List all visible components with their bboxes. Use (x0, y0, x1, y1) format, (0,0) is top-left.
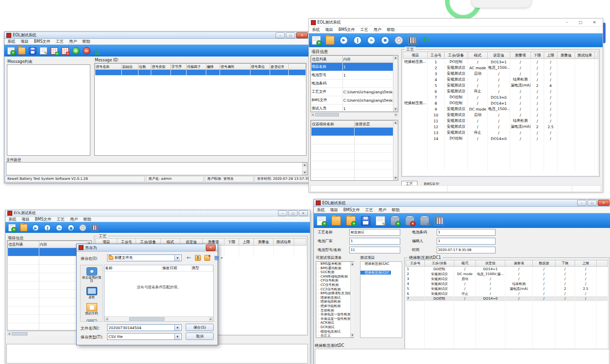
forward-icon[interactable] (367, 36, 376, 45)
column-header[interactable]: 信息列表 (311, 56, 343, 63)
title-bar[interactable]: EOL测试系统 (314, 199, 610, 207)
pause-icon[interactable] (353, 36, 362, 45)
folder-add-icon[interactable] (346, 216, 356, 225)
menu-item[interactable]: 项目 (330, 207, 338, 213)
column-header[interactable]: 项目 (403, 52, 428, 59)
table-row[interactable]: 12安规测试仪//漏电流(mA)22.5 (403, 124, 598, 130)
column-header[interactable] (595, 52, 598, 59)
filetype-select[interactable]: CSV file ▼ (107, 333, 182, 340)
column-header[interactable]: 下限 (224, 239, 239, 246)
column-header[interactable]: 信号属性 (220, 64, 250, 70)
place-item[interactable]: 计算机 (81, 319, 103, 322)
column-header[interactable]: 下限 (555, 260, 575, 267)
column-header[interactable]: 信号单位 (250, 64, 270, 70)
table-row[interactable]: 3安规测试仪启动///// (406, 277, 608, 281)
column-header[interactable]: 仪器模块名称 (311, 121, 355, 128)
table-del-icon[interactable] (61, 47, 69, 55)
scroll-thumb[interactable] (129, 317, 165, 321)
menu-item[interactable]: 用户 (373, 27, 381, 32)
remove-circle-icon[interactable] (83, 47, 90, 55)
menu-item[interactable]: 项目 (22, 217, 29, 222)
table-row[interactable]: 4安规测试仪//结果检测/// (406, 281, 608, 286)
table-row[interactable]: 10安规测试仪启动//// (403, 112, 598, 118)
column-header[interactable] (289, 64, 306, 70)
views-icon[interactable] (214, 255, 220, 261)
table-row[interactable]: 1DO控制/DO14=1//// (406, 267, 608, 272)
test-catalog-item[interactable]: DCR测试 (316, 325, 354, 330)
menu-item[interactable]: 帮助 (387, 27, 394, 32)
menu-item[interactable]: BMS文件 (338, 27, 355, 32)
db-add-icon[interactable] (390, 216, 400, 225)
output-box[interactable] (6, 344, 308, 364)
column-header[interactable]: 数据源 (533, 260, 555, 267)
menu-item[interactable]: 用户 (378, 207, 386, 213)
menu-item[interactable]: 帮助 (83, 217, 91, 222)
vertical-scrollbar[interactable] (393, 56, 398, 112)
table-row[interactable]: 电池型号1 (311, 71, 394, 80)
column-header[interactable]: 传输因子 (187, 64, 206, 70)
table-row[interactable] (95, 70, 306, 76)
menu-item[interactable]: BMS文件 (34, 39, 50, 44)
minimize-button[interactable] (577, 200, 586, 206)
field-input[interactable]: 11 (349, 247, 400, 253)
download-icon[interactable] (94, 47, 101, 55)
table-add-icon[interactable] (51, 47, 58, 55)
new-doc-icon[interactable] (7, 47, 15, 55)
save-icon[interactable] (361, 216, 370, 225)
test-catalog-item[interactable]: SOC检测 (316, 270, 354, 275)
save-as-icon[interactable] (40, 47, 47, 55)
title-bar[interactable]: EOL测试系统 (5, 210, 310, 217)
title-bar[interactable]: EOL测试系统 (309, 19, 603, 27)
column-header[interactable]: 测量项 (510, 52, 531, 59)
new-doc-icon[interactable] (8, 224, 16, 231)
menu-item[interactable]: 系统 (312, 27, 320, 32)
place-item[interactable]: 最近使用的项目 (81, 267, 103, 283)
column-header[interactable] (294, 239, 306, 246)
column-header[interactable]: 上限 (544, 52, 557, 59)
table-row[interactable]: 14DO控制/DO14=0/// (403, 136, 598, 141)
selected-test-item[interactable]: 绝缘耐压测试DC (360, 271, 391, 275)
vertical-scrollbar[interactable] (350, 262, 354, 337)
column-header[interactable]: 信息列表 (8, 241, 39, 248)
maximize-button[interactable] (288, 210, 298, 216)
menu-item[interactable]: 系统 (8, 217, 16, 222)
menu-item[interactable]: 工艺 (56, 217, 64, 222)
new-doc-icon[interactable] (312, 36, 321, 45)
table-row[interactable]: 2安规测试仪AC mode电压_1500.../// (403, 65, 598, 71)
table-row[interactable]: 5安规测试仪//漏电流(mA)24 (403, 83, 598, 88)
cd-icon[interactable] (79, 224, 86, 231)
table-row[interactable]: 绝缘耐压测...1DO控制/DO13=1/// (403, 59, 598, 65)
menu-item[interactable]: BMS文件 (35, 217, 51, 222)
up-icon[interactable] (195, 255, 201, 261)
table-row[interactable]: 4安规测试仪//结果检测// (403, 77, 598, 83)
pause-icon[interactable] (44, 224, 51, 231)
table-row[interactable] (8, 248, 87, 256)
close-button[interactable] (598, 200, 610, 206)
menu-item[interactable]: 项目 (21, 39, 28, 44)
place-item[interactable]: 我的文档 (81, 303, 103, 315)
table-row[interactable]: 9安规测试仪DC mode电压_1500.../// (403, 106, 598, 112)
menu-item[interactable]: 工艺 (365, 207, 373, 213)
column-header[interactable]: 测试结果 (575, 52, 595, 59)
barcode-icon[interactable] (408, 36, 417, 45)
selected-test-item[interactable]: 绝缘耐压测试AC (360, 262, 402, 266)
vertical-scrollbar[interactable] (302, 163, 307, 175)
column-header[interactable]: 设定值 (476, 260, 505, 267)
test-catalog-item[interactable]: 自定义 (316, 334, 354, 338)
minimize-button[interactable] (560, 19, 573, 26)
test-catalog-item[interactable]: BMS通讯检测 (316, 266, 354, 271)
test-catalog-item[interactable]: 绝缘功能检测 (316, 304, 354, 308)
back-icon[interactable] (186, 255, 192, 261)
db-edit-icon[interactable] (420, 216, 429, 225)
menu-item[interactable]: 工艺 (55, 39, 63, 44)
save-as-icon[interactable] (376, 216, 385, 225)
column-header[interactable]: 是否记录 (270, 64, 289, 70)
table-row[interactable]: 6安规测试仪停止//// (403, 88, 598, 94)
barcode-icon[interactable] (435, 216, 444, 225)
test-catalog-item[interactable]: 互锁检测 (316, 308, 354, 313)
close-button[interactable] (588, 19, 601, 26)
close-button[interactable] (296, 32, 308, 38)
table-row[interactable]: 项目名称1 (311, 63, 394, 71)
test-catalog-item[interactable]: 模组电压测试 (316, 330, 354, 334)
dropdown-arrow-icon[interactable]: ▼ (174, 334, 180, 339)
